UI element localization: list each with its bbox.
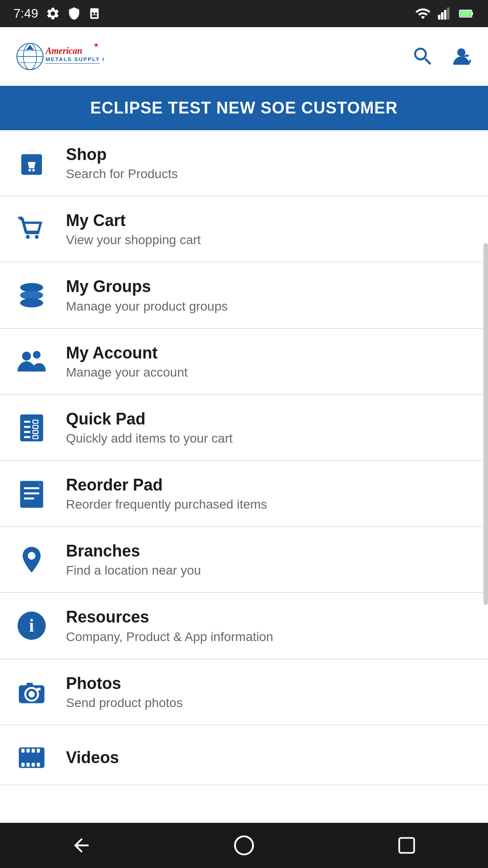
cart-title: My Cart	[66, 211, 201, 230]
svg-rect-64	[37, 763, 40, 767]
branches-title: Branches	[66, 541, 201, 561]
shop-text: Shop Search for Products	[66, 145, 178, 181]
svg-point-26	[32, 169, 35, 171]
back-button[interactable]	[63, 827, 99, 863]
svg-rect-1	[92, 13, 94, 15]
groups-subtitle: Manage your product groups	[66, 299, 228, 314]
menu-item-cart[interactable]: My Cart View your shopping cart	[0, 196, 488, 262]
resources-title: Resources	[66, 607, 273, 627]
photos-icon	[14, 674, 50, 710]
cart-subtitle: View your shopping cart	[66, 233, 201, 247]
menu-item-resources[interactable]: i Resources Company, Product & App infor…	[0, 593, 488, 659]
svg-rect-37	[24, 431, 30, 433]
sim-icon	[88, 7, 101, 20]
status-time: 7:49	[14, 6, 38, 21]
svg-point-28	[35, 235, 39, 239]
customer-banner: ECLIPSE TEST NEW SOE CUSTOMER	[0, 86, 488, 130]
svg-point-21	[457, 48, 465, 56]
svg-point-48	[28, 552, 36, 560]
account-text: My Account Manage your account	[66, 343, 188, 380]
reorder-title: Reorder Pad	[66, 475, 267, 495]
svg-rect-9	[460, 11, 471, 16]
groups-text: My Groups Manage your product groups	[66, 277, 228, 313]
menu-item-account[interactable]: My Account Manage your account	[0, 329, 488, 395]
menu-item-shop[interactable]: Shop Search for Products	[0, 130, 488, 196]
photos-title: Photos	[66, 674, 183, 693]
status-right	[415, 5, 474, 22]
company-logo: American ★ METALS SUPPLY CO.	[14, 36, 104, 77]
svg-rect-60	[37, 749, 40, 753]
branches-subtitle: Find a location near you	[66, 563, 201, 578]
account-refresh-icon[interactable]	[448, 43, 474, 70]
logo-area: American ★ METALS SUPPLY CO.	[14, 36, 104, 77]
menu-list: Shop Search for Products My Cart View yo…	[0, 130, 488, 785]
svg-point-30	[20, 291, 43, 300]
svg-point-65	[235, 836, 253, 854]
cart-icon	[14, 211, 50, 247]
svg-text:METALS SUPPLY CO.: METALS SUPPLY CO.	[46, 56, 104, 62]
svg-marker-22	[466, 54, 469, 57]
groups-icon	[14, 277, 50, 313]
svg-rect-62	[27, 763, 30, 767]
videos-icon	[14, 740, 50, 776]
settings-icon	[46, 6, 60, 21]
svg-rect-34	[20, 415, 43, 442]
menu-item-photos[interactable]: Photos Send product photos	[0, 659, 488, 725]
svg-text:i: i	[29, 616, 34, 636]
svg-text:★: ★	[94, 42, 99, 48]
svg-rect-3	[92, 15, 97, 18]
svg-rect-61	[21, 763, 24, 767]
branches-icon	[14, 542, 50, 578]
shop-subtitle: Search for Products	[66, 167, 178, 181]
svg-rect-38	[24, 436, 30, 438]
svg-rect-44	[24, 487, 39, 489]
svg-marker-16	[26, 44, 34, 50]
svg-point-29	[20, 283, 43, 292]
status-bar: 7:49	[0, 0, 488, 27]
svg-rect-45	[24, 492, 39, 494]
account-title: My Account	[66, 343, 188, 363]
recents-button[interactable]	[389, 827, 425, 863]
reorder-icon	[14, 476, 50, 512]
groups-title: My Groups	[66, 277, 228, 296]
menu-item-videos[interactable]: Videos	[0, 725, 488, 785]
svg-rect-63	[32, 763, 35, 767]
quickpad-title: Quick Pad	[66, 409, 233, 429]
svg-rect-59	[32, 749, 35, 753]
svg-rect-66	[399, 838, 414, 853]
branches-text: Branches Find a location near you	[66, 541, 201, 578]
menu-item-reorder[interactable]: Reorder Pad Reorder frequently purchased…	[0, 461, 488, 527]
svg-point-32	[22, 352, 31, 361]
svg-rect-6	[444, 10, 446, 19]
svg-rect-58	[27, 749, 30, 753]
reorder-subtitle: Reorder frequently purchased items	[66, 497, 267, 512]
bottom-nav	[0, 823, 488, 868]
svg-point-25	[28, 169, 31, 171]
photos-text: Photos Send product photos	[66, 674, 183, 710]
quickpad-text: Quick Pad Quickly add items to your cart	[66, 409, 233, 446]
menu-item-groups[interactable]: My Groups Manage your product groups	[0, 262, 488, 328]
resources-icon: i	[14, 608, 50, 644]
svg-rect-46	[24, 497, 34, 499]
svg-rect-54	[27, 683, 33, 687]
shop-title: Shop	[66, 145, 178, 164]
battery-icon	[458, 5, 474, 22]
quickpad-subtitle: Quickly add items to your cart	[66, 431, 233, 446]
account-subtitle: Manage your account	[66, 365, 188, 380]
shop-icon	[14, 145, 50, 181]
svg-rect-4	[438, 15, 440, 20]
scroll-indicator[interactable]	[483, 243, 488, 605]
status-left: 7:49	[14, 6, 101, 21]
header: American ★ METALS SUPPLY CO.	[0, 27, 488, 86]
quickpad-icon	[14, 409, 50, 445]
customer-name: ECLIPSE TEST NEW SOE CUSTOMER	[90, 99, 398, 117]
menu-item-quickpad[interactable]: Quick Pad Quickly add items to your cart	[0, 395, 488, 461]
videos-text: Videos	[66, 748, 119, 767]
svg-rect-36	[24, 426, 30, 428]
resources-subtitle: Company, Product & App information	[66, 630, 273, 644]
svg-rect-2	[95, 13, 97, 15]
menu-item-branches[interactable]: Branches Find a location near you	[0, 527, 488, 593]
svg-point-27	[26, 235, 30, 239]
home-button[interactable]	[226, 827, 262, 863]
search-icon[interactable]	[411, 45, 435, 68]
